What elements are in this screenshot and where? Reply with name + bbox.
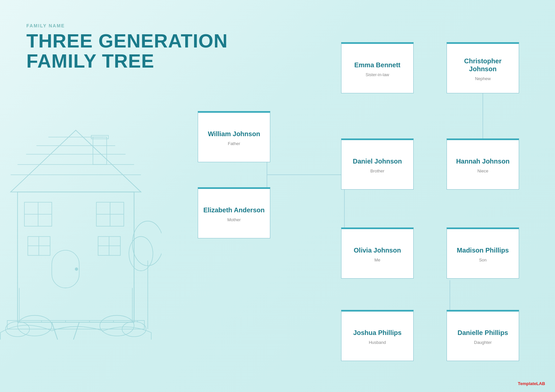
branding: TemplateLAB	[518, 381, 545, 386]
elizabeth-relation: Mother	[227, 217, 241, 222]
svg-point-5	[75, 268, 78, 270]
danielle-name: Danielle Phillips	[457, 329, 508, 337]
svg-point-37	[132, 221, 161, 266]
christopher-name: Christopher Johnson	[452, 57, 513, 73]
william-name: William Johnson	[208, 130, 260, 138]
olivia-relation: Me	[374, 257, 380, 262]
card-christopher: Christopher Johnson Nephew	[447, 42, 519, 93]
svg-point-33	[100, 316, 134, 336]
emma-name: Emma Bennett	[354, 61, 400, 69]
tree-container: William Johnson Father Elizabeth Anderso…	[158, 20, 540, 376]
daniel-name: Daniel Johnson	[353, 157, 402, 165]
hannah-relation: Niece	[477, 168, 488, 173]
svg-point-38	[129, 236, 153, 271]
card-daniel: Daniel Johnson Brother	[341, 138, 414, 190]
card-hannah: Hannah Johnson Niece	[447, 138, 519, 190]
elizabeth-name: Elizabeth Anderson	[203, 206, 265, 214]
emma-relation: Sister-in-law	[365, 72, 389, 77]
christopher-relation: Nephew	[475, 76, 491, 81]
svg-rect-2	[93, 137, 107, 165]
hannah-name: Hannah Johnson	[456, 157, 510, 165]
william-relation: Father	[228, 141, 240, 146]
lab-text: LAB	[536, 381, 545, 386]
madison-relation: Son	[479, 257, 486, 262]
card-joshua: Joshua Phillips Husband	[341, 310, 414, 361]
card-elizabeth: Elizabeth Anderson Mother	[198, 187, 270, 238]
card-emma: Emma Bennett Sister-in-law	[341, 42, 414, 93]
joshua-relation: Husband	[369, 340, 386, 345]
madison-name: Madison Phillips	[457, 246, 509, 254]
joshua-name: Joshua Phillips	[353, 329, 402, 337]
danielle-relation: Daughter	[474, 340, 491, 345]
olivia-name: Olivia Johnson	[354, 246, 401, 254]
card-olivia: Olivia Johnson Me	[341, 227, 414, 279]
card-danielle: Danielle Phillips Daughter	[447, 310, 519, 361]
svg-marker-1	[11, 130, 141, 192]
svg-rect-18	[7, 320, 144, 329]
template-text: Template	[518, 381, 536, 386]
daniel-relation: Brother	[370, 168, 385, 173]
card-william: William Johnson Father	[198, 111, 270, 162]
card-madison: Madison Phillips Son	[447, 227, 519, 279]
house-illustration	[0, 92, 161, 340]
svg-rect-0	[17, 192, 134, 322]
